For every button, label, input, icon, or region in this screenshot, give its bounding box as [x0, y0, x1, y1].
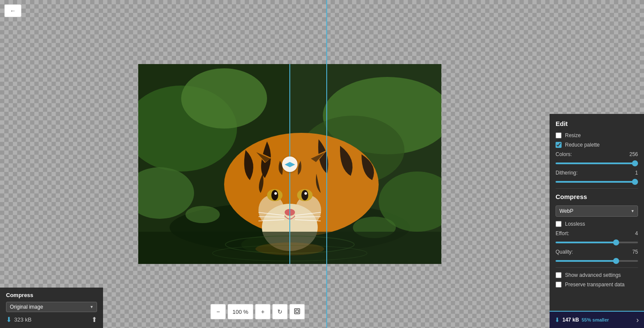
footer-size-info: ⬇ 147 kB 55% smaller	[555, 316, 609, 323]
quality-label: Quality:	[556, 249, 573, 255]
section-divider	[556, 188, 638, 189]
colors-slider[interactable]	[556, 162, 638, 164]
effort-value: 4	[635, 230, 638, 236]
bottom-upload-icon[interactable]: ⬆	[91, 316, 97, 324]
colors-value: 256	[629, 151, 638, 157]
zoom-value: 100 %	[233, 309, 249, 315]
lossless-label[interactable]: Lossless	[565, 221, 585, 227]
quality-value: 75	[632, 249, 638, 255]
svg-rect-39	[296, 310, 298, 313]
show-advanced-label[interactable]: Show advanced settings	[565, 272, 621, 278]
resize-label[interactable]: Resize	[565, 132, 581, 138]
svg-point-4	[181, 68, 267, 129]
edit-section-title: Edit	[556, 120, 638, 127]
right-panel-footer: ⬇ 147 kB 55% smaller ›	[550, 311, 644, 328]
fit-icon	[294, 308, 301, 316]
quality-label-row: Quality: 75	[556, 249, 638, 255]
bottom-download-icon[interactable]: ⬇	[6, 316, 12, 324]
rotate-button[interactable]: ↻	[272, 304, 288, 319]
rotate-icon: ↻	[277, 308, 283, 315]
edit-section: Edit Resize Reduce palette Colors: 256	[556, 120, 638, 184]
svg-point-20	[274, 192, 277, 195]
resize-checkbox[interactable]	[556, 132, 562, 138]
dithering-value: 1	[635, 170, 638, 176]
svg-point-21	[304, 192, 307, 195]
svg-rect-38	[295, 309, 300, 314]
svg-line-28	[295, 217, 321, 217]
bottom-file-size: 323 kB	[14, 316, 31, 323]
bottom-toolbar: − 100 % + ↻	[210, 304, 305, 319]
svg-point-18	[271, 190, 278, 200]
lossless-row: Lossless	[556, 221, 638, 227]
image-container: ◀▶	[138, 64, 441, 264]
compress-divider	[556, 267, 638, 268]
fit-button[interactable]	[289, 304, 305, 319]
zoom-in-icon: +	[261, 308, 264, 315]
format-select-container: WebP PNG JPEG GIF ▼	[556, 205, 638, 217]
effort-label-row: Effort: 4	[556, 230, 638, 236]
compress-bottom-panel: Compress Original image ▼ ⬇ 323 kB ⬆	[0, 288, 103, 328]
svg-line-25	[258, 217, 284, 217]
show-advanced-row: Show advanced settings	[556, 272, 638, 278]
format-select[interactable]: WebP PNG JPEG GIF	[556, 205, 638, 217]
colors-label: Colors:	[556, 151, 572, 157]
format-select-row: Original image ▼	[6, 302, 97, 312]
show-advanced-checkbox[interactable]	[556, 272, 562, 278]
dithering-label: Dithering:	[556, 170, 577, 176]
drag-handle-arrows-icon: ◀▶	[285, 160, 295, 168]
reduce-palette-label[interactable]: Reduce palette	[565, 142, 600, 148]
reduce-palette-checkbox[interactable]	[556, 142, 562, 148]
footer-arrow-icon[interactable]: ›	[636, 316, 639, 325]
right-panel: Edit Resize Reduce palette Colors: 256	[550, 114, 644, 313]
dithering-row: Dithering: 1	[556, 170, 638, 184]
effort-label: Effort:	[556, 230, 569, 236]
bottom-file-size-row: ⬇ 323 kB	[6, 316, 31, 324]
back-arrow-icon: ←	[10, 7, 16, 14]
resize-row: Resize	[556, 132, 638, 138]
svg-point-8	[185, 206, 220, 223]
canvas-area: ←	[0, 0, 644, 328]
compress-panel-title: Compress	[6, 292, 97, 298]
footer-size-text: 147 kB	[562, 317, 579, 323]
footer-percent-badge: 55% smaller	[582, 317, 609, 322]
quality-slider[interactable]	[556, 260, 638, 262]
dithering-label-row: Dithering: 1	[556, 170, 638, 176]
zoom-out-button[interactable]: −	[210, 304, 226, 319]
back-button[interactable]: ←	[4, 4, 21, 17]
effort-slider[interactable]	[556, 242, 638, 243]
bottom-file-info: ⬇ 323 kB ⬆	[6, 316, 97, 324]
colors-label-row: Colors: 256	[556, 151, 638, 157]
effort-row: Effort: 4	[556, 230, 638, 245]
zoom-in-button[interactable]: +	[255, 304, 270, 319]
drag-handle[interactable]: ◀▶	[282, 156, 298, 172]
compress-section-title: Compress	[556, 193, 638, 200]
preserve-transparent-checkbox[interactable]	[556, 282, 562, 288]
format-select-wrapper: Original image ▼	[6, 302, 97, 312]
compress-section: Compress WebP PNG JPEG GIF ▼ Lossless E	[556, 193, 638, 288]
reduce-palette-row: Reduce palette	[556, 142, 638, 148]
colors-row: Colors: 256	[556, 151, 638, 166]
preserve-transparent-row: Preserve transparent data	[556, 282, 638, 288]
zoom-out-icon: −	[216, 308, 220, 315]
svg-point-19	[301, 190, 308, 200]
split-line	[326, 0, 327, 328]
bottom-format-select[interactable]: Original image	[6, 302, 97, 312]
zoom-display: 100 %	[228, 304, 253, 319]
dithering-slider[interactable]	[556, 181, 638, 183]
preserve-transparent-label[interactable]: Preserve transparent data	[565, 282, 625, 288]
lossless-checkbox[interactable]	[556, 221, 562, 227]
quality-row: Quality: 75	[556, 249, 638, 263]
footer-download-icon: ⬇	[555, 316, 560, 323]
